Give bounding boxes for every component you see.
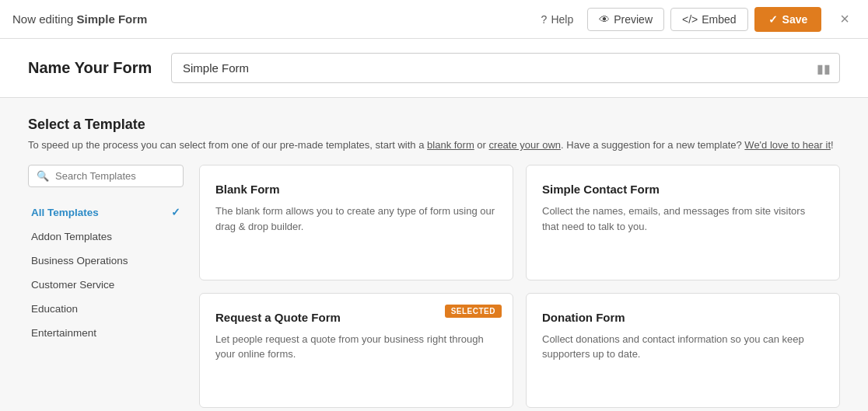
sidebar-label-entertainment: Entertainment bbox=[31, 327, 96, 339]
form-name-input[interactable] bbox=[171, 53, 840, 83]
sidebar-item-customer[interactable]: Customer Service bbox=[28, 273, 184, 297]
editing-prefix: Now editing bbox=[12, 12, 77, 26]
help-icon: ? bbox=[541, 13, 548, 26]
input-icon: ▮▮ bbox=[817, 61, 831, 75]
check-mark-icon: ✓ bbox=[171, 206, 180, 218]
sidebar-menu: All Templates ✓ Addon Templates Business… bbox=[28, 200, 184, 345]
name-form-label: Name Your Form bbox=[28, 59, 152, 77]
desc-text-3: . Have a suggestion for a new template? bbox=[561, 139, 744, 151]
save-label: Save bbox=[782, 13, 808, 26]
template-sidebar: 🔍 All Templates ✓ Addon Templates Busine… bbox=[28, 165, 199, 408]
template-card-blank[interactable]: Blank Form The blank form allows you to … bbox=[199, 165, 513, 280]
sidebar-label-education: Education bbox=[31, 303, 78, 315]
sidebar-label-business: Business Operations bbox=[31, 255, 128, 266]
desc-text-4: ! bbox=[831, 139, 834, 151]
search-box[interactable]: 🔍 bbox=[28, 165, 184, 187]
template-title-contact: Simple Contact Form bbox=[542, 183, 824, 196]
sidebar-item-addon[interactable]: Addon Templates bbox=[28, 225, 184, 249]
help-button[interactable]: ? Help bbox=[534, 9, 582, 30]
sidebar-label-customer: Customer Service bbox=[31, 279, 114, 291]
sidebar-item-business[interactable]: Business Operations bbox=[28, 249, 184, 273]
sidebar-label-all: All Templates bbox=[31, 207, 99, 218]
selected-badge: SELECTED bbox=[445, 305, 502, 318]
blank-form-link[interactable]: blank form bbox=[427, 139, 474, 151]
name-form-section: Name Your Form ▮▮ bbox=[0, 39, 868, 98]
top-bar: Now editing Simple Form ? Help 👁 Preview… bbox=[0, 0, 868, 39]
main-content: Select a Template To speed up the proces… bbox=[0, 98, 868, 411]
select-template-title: Select a Template bbox=[28, 117, 840, 133]
suggest-link[interactable]: We'd love to hear it bbox=[744, 139, 831, 151]
sidebar-label-addon: Addon Templates bbox=[31, 231, 112, 242]
top-bar-actions: ? Help 👁 Preview </> Embed ✓ Save × bbox=[534, 7, 856, 32]
check-icon: ✓ bbox=[768, 13, 778, 26]
code-icon: </> bbox=[682, 13, 698, 26]
desc-text-2: or bbox=[474, 139, 489, 151]
template-desc-blank: The blank form allows you to create any … bbox=[215, 204, 497, 234]
eye-icon: 👁 bbox=[599, 13, 610, 26]
template-title-donation: Donation Form bbox=[542, 311, 824, 324]
preview-label: Preview bbox=[614, 13, 653, 26]
close-icon: × bbox=[840, 10, 849, 27]
help-label: Help bbox=[551, 13, 573, 26]
template-desc-quote: Let people request a quote from your bus… bbox=[215, 332, 497, 362]
name-input-wrapper: ▮▮ bbox=[171, 53, 840, 83]
template-desc-contact: Collect the names, emails, and messages … bbox=[542, 204, 824, 234]
desc-text-1: To speed up the process you can select f… bbox=[28, 139, 427, 151]
template-card-quote[interactable]: SELECTED Request a Quote Form Let people… bbox=[199, 293, 513, 409]
search-icon: 🔍 bbox=[37, 170, 49, 182]
section-description: To speed up the process you can select f… bbox=[28, 139, 840, 151]
sidebar-item-education[interactable]: Education bbox=[28, 297, 184, 321]
editing-title: Now editing Simple Form bbox=[12, 12, 534, 26]
template-card-contact[interactable]: Simple Contact Form Collect the names, e… bbox=[526, 165, 840, 280]
template-grid: Blank Form The blank form allows you to … bbox=[199, 165, 840, 408]
template-title-blank: Blank Form bbox=[215, 183, 497, 196]
embed-button[interactable]: </> Embed bbox=[670, 8, 748, 31]
form-name-title: Simple Form bbox=[77, 12, 148, 26]
template-layout: 🔍 All Templates ✓ Addon Templates Busine… bbox=[28, 165, 840, 408]
template-card-donation[interactable]: Donation Form Collect donations and cont… bbox=[526, 293, 840, 409]
create-own-link[interactable]: create your own bbox=[489, 139, 562, 151]
sidebar-item-all-templates[interactable]: All Templates ✓ bbox=[28, 200, 184, 225]
sidebar-item-entertainment[interactable]: Entertainment bbox=[28, 321, 184, 345]
preview-button[interactable]: 👁 Preview bbox=[587, 8, 664, 31]
embed-label: Embed bbox=[702, 13, 736, 26]
close-button[interactable]: × bbox=[834, 7, 856, 31]
template-desc-donation: Collect donations and contact informatio… bbox=[542, 332, 824, 362]
search-templates-input[interactable] bbox=[55, 170, 175, 182]
save-button[interactable]: ✓ Save bbox=[754, 7, 822, 32]
